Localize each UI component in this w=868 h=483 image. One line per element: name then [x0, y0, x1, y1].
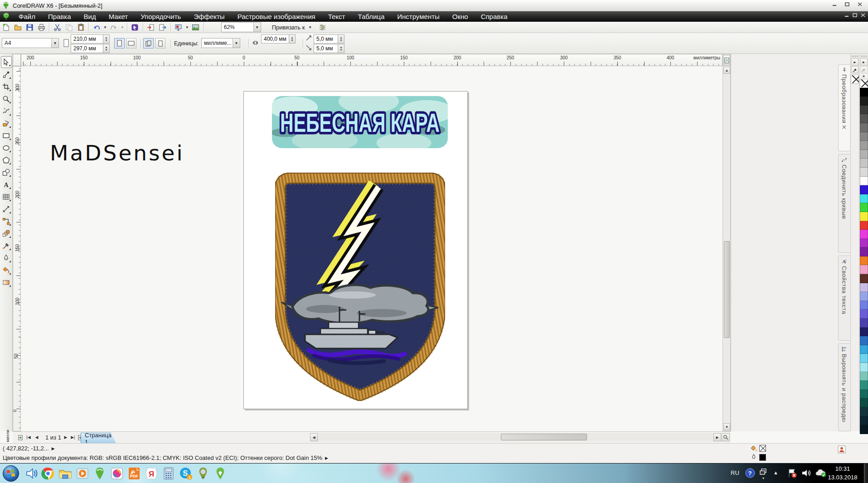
tool-table[interactable]	[1, 191, 12, 203]
welcome-screen-icon[interactable]	[190, 22, 202, 33]
nudge-spinner[interactable]: ▲▼	[289, 34, 296, 43]
palette-swatch[interactable]	[860, 106, 868, 115]
open-icon[interactable]	[12, 22, 24, 33]
tab-close-icon[interactable]	[842, 125, 846, 129]
vertical-scrollbar[interactable]: ▲ ▼	[723, 54, 731, 431]
taskbar-skype-icon[interactable]: S1	[179, 466, 193, 481]
palette-swatch[interactable]	[860, 328, 868, 337]
current-page-button[interactable]	[155, 38, 165, 48]
page-preset-combo[interactable]: A4 ▼	[2, 38, 59, 48]
tool-blend[interactable]	[1, 227, 12, 239]
paste-icon[interactable]	[75, 22, 87, 33]
menu-file[interactable]: Файл	[12, 11, 42, 22]
tray-language-indicator[interactable]: RU	[731, 469, 739, 476]
units-combo-arrow-icon[interactable]: ▼	[233, 39, 240, 48]
tool-shape[interactable]	[1, 68, 12, 80]
palette-swatch[interactable]	[860, 185, 868, 194]
ruler-origin-button[interactable]	[13, 54, 21, 66]
all-pages-button[interactable]	[143, 38, 154, 48]
palette-eyedropper-icon[interactable]	[860, 66, 868, 73]
palette-swatch[interactable]	[860, 168, 868, 177]
tool-text[interactable]: А	[1, 179, 12, 190]
palette-flyout-icon[interactable]: ►	[860, 58, 868, 66]
taskbar-media-player-icon[interactable]	[75, 466, 90, 481]
palette-swatch[interactable]	[860, 319, 868, 328]
palette-swatch[interactable]	[860, 274, 868, 283]
palette-swatch[interactable]	[860, 363, 868, 372]
menu-help[interactable]: Справка	[475, 11, 514, 22]
menu-layout[interactable]: Макет	[102, 11, 134, 22]
palette-eyedropper-icon[interactable]	[851, 66, 858, 73]
tool-parallel-dimension[interactable]	[1, 203, 12, 215]
patch-object[interactable]	[275, 173, 445, 401]
tool-crop[interactable]	[1, 81, 12, 92]
menu-arrange[interactable]: Упорядочить	[134, 11, 187, 22]
palette-swatch[interactable]	[860, 88, 868, 97]
palette-swatch[interactable]	[860, 132, 868, 141]
palette-swatch[interactable]	[860, 230, 868, 239]
menu-text[interactable]: Текст	[322, 11, 352, 22]
tool-zoom[interactable]	[1, 93, 12, 105]
hscroll-thumb[interactable]	[501, 434, 587, 440]
page-height-field[interactable]: 297,0 мм	[71, 44, 103, 53]
palette-swatch[interactable]	[860, 177, 868, 186]
palette-swatch[interactable]	[860, 354, 868, 363]
status-expand-icon[interactable]: ▶	[52, 446, 55, 451]
zoom-combo-arrow-icon[interactable]: ▼	[253, 23, 261, 32]
palette-swatch[interactable]	[860, 256, 868, 266]
page-width-spinner[interactable]: ▲▼	[103, 34, 110, 43]
tool-freehand[interactable]	[1, 105, 12, 117]
doc-minimize-icon[interactable]	[844, 13, 849, 17]
palette-swatch[interactable]	[860, 159, 868, 168]
taskbar-chrome-icon[interactable]	[41, 466, 55, 481]
palette-swatch[interactable]	[860, 381, 868, 390]
palette-swatch[interactable]	[860, 239, 868, 248]
taskbar-explorer-icon[interactable]	[58, 466, 73, 481]
application-launcher-icon[interactable]	[173, 22, 184, 33]
duplicate-y-field[interactable]: 5,0 мм	[314, 44, 338, 53]
scroll-up-icon[interactable]: ▲	[723, 67, 730, 74]
menu-bitmaps[interactable]: Растровые изображения	[231, 11, 322, 22]
tray-window-icon[interactable]: ▼	[760, 468, 767, 480]
snap-dropdown-icon[interactable]: ▼	[307, 25, 313, 29]
palette-swatch[interactable]	[860, 372, 868, 381]
units-combo[interactable]: миллиме... ▼	[201, 38, 240, 48]
palette-swatch[interactable]	[860, 114, 868, 123]
palette-swatch[interactable]	[860, 194, 868, 203]
hscroll-right-icon[interactable]: ▶	[713, 433, 721, 441]
redo-dropdown-icon[interactable]: ▼	[120, 25, 125, 29]
tray-clock[interactable]: 10:31 13.03.2018	[821, 464, 864, 483]
drawing-canvas[interactable]: MaDSensei НЕБЕСНАЯ КАРА	[21, 66, 723, 431]
taskbar-photo-paint-icon[interactable]	[110, 466, 124, 481]
palette-swatch[interactable]	[860, 283, 868, 292]
outline-status-swatch[interactable]	[759, 454, 766, 461]
import-icon[interactable]	[145, 22, 157, 33]
profiles-expand-icon[interactable]: ▶	[325, 456, 328, 460]
no-color-swatch[interactable]	[851, 75, 859, 84]
tool-basic-shapes[interactable]	[1, 166, 12, 178]
palette-swatch[interactable]	[860, 247, 868, 256]
taskbar-pdf-icon[interactable]: PDF	[127, 466, 141, 481]
scroll-down-icon[interactable]: ▼	[723, 423, 730, 430]
corel-balloon-icon[interactable]	[2, 12, 10, 21]
docker-tab-align-distribute[interactable]: Выровнять и распределить...	[838, 343, 850, 431]
taskbar-coreldraw-icon[interactable]	[92, 466, 107, 481]
page-tab[interactable]: Страница 1	[81, 433, 116, 444]
palette-swatch[interactable]	[860, 97, 868, 106]
palette-swatch[interactable]	[860, 141, 868, 150]
docker-tab-transformations[interactable]: Преобразования	[838, 64, 850, 151]
no-color-swatch[interactable]	[860, 79, 868, 88]
duplicate-x-field[interactable]: 5,0 мм	[314, 34, 338, 43]
page-height-spinner[interactable]: ▲▼	[103, 44, 110, 53]
vscroll-thumb[interactable]	[724, 241, 730, 338]
page-width-field[interactable]: 210,0 мм	[71, 34, 103, 43]
options-icon[interactable]	[316, 22, 328, 33]
add-page-before-button[interactable]	[16, 433, 24, 442]
horizontal-ruler[interactable]: 200 150 100 50 0 50 100 150 200 250 300 …	[21, 54, 723, 66]
palette-swatch[interactable]	[860, 203, 868, 212]
banner-object[interactable]: НЕБЕСНАЯ КАРА	[272, 96, 448, 148]
save-icon[interactable]	[24, 22, 35, 33]
tray-action-center-icon[interactable]	[787, 468, 798, 479]
document-navigator-button[interactable]	[723, 55, 730, 66]
snap-to-dropdown[interactable]: Привязать к ▼	[272, 24, 313, 31]
